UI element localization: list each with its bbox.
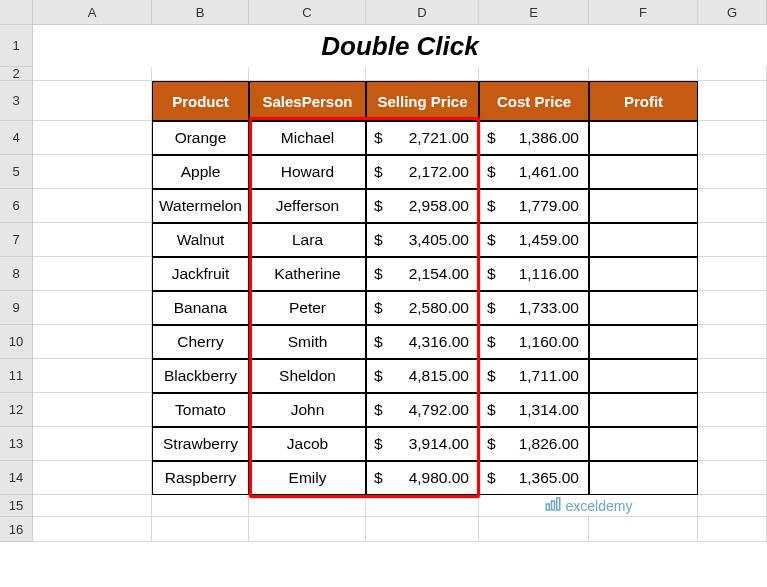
col-header-G[interactable]: G [698,0,767,25]
cell-D15[interactable] [366,495,479,517]
cell-selling-price[interactable]: $3,405.00 [366,223,479,257]
cell-C16[interactable] [249,517,366,542]
cell-salesperson[interactable]: Lara [249,223,366,257]
cell-G11[interactable] [698,359,767,393]
cell-A12[interactable] [33,393,152,427]
row-header-13[interactable]: 13 [0,427,33,461]
cell-salesperson[interactable]: Jacob [249,427,366,461]
cell-E2[interactable] [479,67,589,81]
cell-selling-price[interactable]: $4,316.00 [366,325,479,359]
cell-G2[interactable] [698,67,767,81]
cell-salesperson[interactable]: Jefferson [249,189,366,223]
cell-G6[interactable] [698,189,767,223]
col-header-C[interactable]: C [249,0,366,25]
cell-cost-price[interactable]: $1,386.00 [479,121,589,155]
cell-A11[interactable] [33,359,152,393]
cell-product[interactable]: Watermelon [152,189,249,223]
cell-profit[interactable] [589,359,698,393]
row-header-7[interactable]: 7 [0,223,33,257]
cell-profit[interactable] [589,291,698,325]
cell-cost-price[interactable]: $1,779.00 [479,189,589,223]
cell-selling-price[interactable]: $2,958.00 [366,189,479,223]
col-header-D[interactable]: D [366,0,479,25]
cell-C15[interactable] [249,495,366,517]
col-header-E[interactable]: E [479,0,589,25]
cell-D2[interactable] [366,67,479,81]
cell-selling-price[interactable]: $3,914.00 [366,427,479,461]
cell-product[interactable]: Cherry [152,325,249,359]
cell-D16[interactable] [366,517,479,542]
cell-A5[interactable] [33,155,152,189]
header-product[interactable]: Product [152,81,249,121]
select-all-corner[interactable] [0,0,33,25]
cell-salesperson[interactable]: Smith [249,325,366,359]
cell-salesperson[interactable]: Sheldon [249,359,366,393]
cell-A10[interactable] [33,325,152,359]
row-header-4[interactable]: 4 [0,121,33,155]
cell-A3[interactable] [33,81,152,121]
cell-profit[interactable] [589,257,698,291]
cell-cost-price[interactable]: $1,826.00 [479,427,589,461]
cell-product[interactable]: Raspberry [152,461,249,495]
row-header-9[interactable]: 9 [0,291,33,325]
cell-A7[interactable] [33,223,152,257]
row-header-5[interactable]: 5 [0,155,33,189]
cell-B16[interactable] [152,517,249,542]
cell-profit[interactable] [589,189,698,223]
cell-cost-price[interactable]: $1,365.00 [479,461,589,495]
cell-cost-price[interactable]: $1,116.00 [479,257,589,291]
cell-F16[interactable] [589,517,698,542]
cell-product[interactable]: Orange [152,121,249,155]
row-header-2[interactable]: 2 [0,67,33,81]
cell-product[interactable]: Banana [152,291,249,325]
col-header-A[interactable]: A [33,0,152,25]
cell-salesperson[interactable]: Howard [249,155,366,189]
cell-profit[interactable] [589,155,698,189]
cell-salesperson[interactable]: Michael [249,121,366,155]
cell-selling-price[interactable]: $2,721.00 [366,121,479,155]
row-header-10[interactable]: 10 [0,325,33,359]
header-salesperson[interactable]: SalesPerson [249,81,366,121]
col-header-F[interactable]: F [589,0,698,25]
row-header-12[interactable]: 12 [0,393,33,427]
cell-product[interactable]: Jackfruit [152,257,249,291]
cell-F2[interactable] [589,67,698,81]
cell-A13[interactable] [33,427,152,461]
cell-A2[interactable] [33,67,152,81]
header-profit[interactable]: Profit [589,81,698,121]
cell-A8[interactable] [33,257,152,291]
cell-profit[interactable] [589,461,698,495]
cell-B2[interactable] [152,67,249,81]
cell-cost-price[interactable]: $1,733.00 [479,291,589,325]
cell-G15[interactable] [698,495,767,517]
cell-selling-price[interactable]: $2,154.00 [366,257,479,291]
cell-profit[interactable] [589,427,698,461]
cell-E16[interactable] [479,517,589,542]
cell-cost-price[interactable]: $1,314.00 [479,393,589,427]
cell-G3[interactable] [698,81,767,121]
row-header-8[interactable]: 8 [0,257,33,291]
cell-selling-price[interactable]: $2,172.00 [366,155,479,189]
row-header-15[interactable]: 15 [0,495,33,517]
cell-cost-price[interactable]: $1,160.00 [479,325,589,359]
header-selling-price[interactable]: Selling Price [366,81,479,121]
cell-G9[interactable] [698,291,767,325]
col-header-B[interactable]: B [152,0,249,25]
cell-profit[interactable] [589,393,698,427]
cell-salesperson[interactable]: Peter [249,291,366,325]
cell-profit[interactable] [589,325,698,359]
cell-product[interactable]: Tomato [152,393,249,427]
cell-product[interactable]: Walnut [152,223,249,257]
cell-product[interactable]: Apple [152,155,249,189]
cell-G10[interactable] [698,325,767,359]
cell-A9[interactable] [33,291,152,325]
cell-B15[interactable] [152,495,249,517]
cell-profit[interactable] [589,121,698,155]
spreadsheet-grid[interactable]: A B C D E F G 1 Double Click 2 3 Product… [0,0,767,542]
cell-salesperson[interactable]: Emily [249,461,366,495]
cell-salesperson[interactable]: John [249,393,366,427]
cell-selling-price[interactable]: $4,980.00 [366,461,479,495]
row-header-3[interactable]: 3 [0,81,33,121]
row-header-6[interactable]: 6 [0,189,33,223]
cell-G16[interactable] [698,517,767,542]
